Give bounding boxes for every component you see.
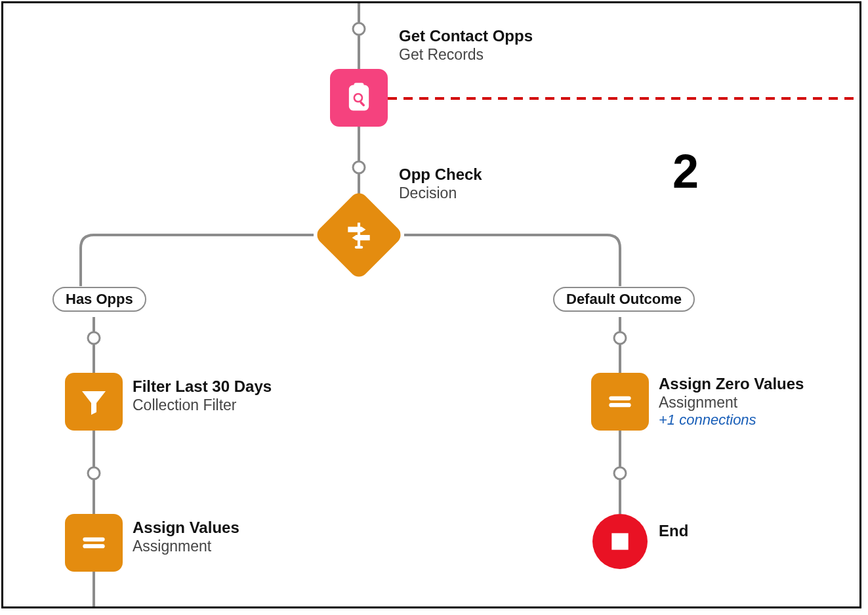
svg-rect-31 (611, 533, 628, 549)
node-subtitle: Assignment (133, 538, 239, 555)
node-subtitle: Assignment (659, 394, 804, 412)
node-title: Get Contact Opps (399, 27, 533, 46)
node-title: Opp Check (399, 165, 482, 184)
svg-rect-28 (83, 544, 104, 548)
equals-icon (77, 526, 110, 559)
svg-point-15 (614, 332, 626, 344)
signpost-icon (342, 219, 375, 251)
svg-rect-30 (609, 403, 630, 407)
clipboard-search-icon (342, 81, 376, 115)
end-label: End (659, 522, 688, 541)
svg-point-8 (88, 332, 100, 344)
svg-point-18 (614, 467, 626, 479)
node-subtitle: Decision (399, 184, 482, 202)
decision-label: Opp Check Decision (399, 165, 482, 202)
svg-rect-26 (355, 246, 363, 249)
node-extra-connections[interactable]: +1 connections (659, 412, 804, 429)
node-title: Assign Values (133, 519, 239, 538)
decision-node[interactable] (314, 190, 405, 281)
get-records-node[interactable] (330, 69, 388, 127)
svg-point-5 (353, 161, 365, 173)
node-title: End (659, 522, 688, 541)
svg-rect-29 (609, 396, 630, 400)
svg-point-23 (355, 95, 362, 101)
step-number: 2 (672, 144, 699, 198)
assign-zero-label: Assign Zero Values Assignment +1 connect… (659, 375, 804, 429)
assignment-node-left[interactable] (65, 514, 123, 572)
svg-rect-27 (83, 538, 104, 541)
node-title: Assign Zero Values (659, 375, 804, 394)
outcome-has-opps[interactable]: Has Opps (52, 287, 146, 312)
collection-filter-node[interactable] (65, 373, 123, 431)
stop-icon (608, 529, 632, 554)
svg-point-11 (88, 467, 100, 479)
assign-values-label: Assign Values Assignment (133, 519, 239, 555)
outcome-default[interactable]: Default Outcome (553, 287, 695, 312)
end-node[interactable] (592, 514, 648, 569)
svg-rect-21 (354, 83, 363, 89)
node-subtitle: Collection Filter (133, 396, 272, 414)
get-records-label: Get Contact Opps Get Records (399, 27, 533, 64)
equals-icon (604, 385, 636, 418)
node-subtitle: Get Records (399, 46, 533, 64)
flow-canvas[interactable]: 2 Get Contact Opps Get Records Opp Check… (1, 1, 861, 608)
svg-point-2 (353, 23, 365, 35)
node-title: Filter Last 30 Days (133, 377, 272, 396)
filter-label: Filter Last 30 Days Collection Filter (133, 377, 272, 414)
assignment-node-right[interactable] (591, 373, 649, 431)
funnel-icon (78, 386, 110, 417)
